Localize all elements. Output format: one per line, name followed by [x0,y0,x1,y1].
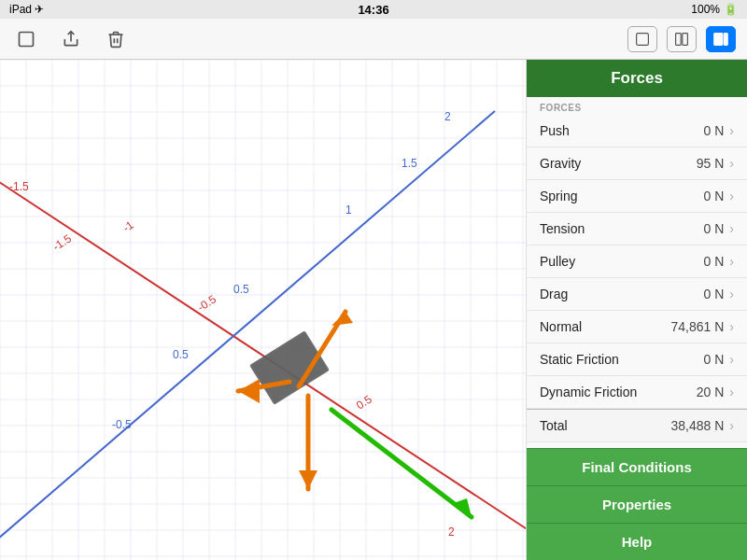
force-name: Normal [540,319,582,334]
chevron-right-icon: › [729,418,734,433]
chevron-right-icon: › [729,189,734,203]
status-right: 100% 🔋 [691,3,738,16]
chevron-right-icon: › [729,156,734,171]
force-row-spring[interactable]: Spring 0 N › [527,180,747,213]
force-row-drag[interactable]: Drag 0 N › [527,278,747,311]
force-value: 0 N › [704,287,734,301]
svg-rect-6 [724,33,727,45]
view-single-button[interactable] [627,26,657,52]
toolbar [0,19,747,60]
force-value: 0 N › [704,123,734,138]
svg-rect-0 [20,32,34,46]
chevron-right-icon: › [729,352,734,367]
svg-text:-1.5: -1.5 [9,180,29,193]
toolbar-left [11,24,131,54]
right-panel: Forces FORCES Push 0 N › Gravity 95 N › … [526,60,747,560]
force-row-gravity[interactable]: Gravity 95 N › [527,147,747,180]
svg-text:1.5: 1.5 [402,157,417,170]
battery-label: 100% [691,3,720,16]
main-area: -1.5 -1 -0.5 0.5 -0.5 0.5 1.5 1 0.5 2 2 … [0,60,747,560]
chevron-right-icon: › [729,254,734,269]
force-row-pulley[interactable]: Pulley 0 N › [527,245,747,278]
svg-text:0.5: 0.5 [233,283,249,296]
share-button[interactable] [56,24,86,54]
svg-text:2: 2 [444,110,451,123]
chevron-right-icon: › [729,385,734,399]
force-value: 20 N › [697,385,734,399]
status-left: iPad ✈ [9,3,44,16]
force-row-static-friction[interactable]: Static Friction 0 N › [527,343,747,376]
bottom-btn-properties[interactable]: Properties [527,485,747,523]
force-value: 0 N › [704,254,734,269]
force-value: 74,861 N › [671,319,735,334]
force-name: Drag [540,287,568,301]
svg-rect-5 [714,33,723,45]
svg-text:1: 1 [345,203,352,217]
panel-header: Forces [527,60,747,97]
view-panel-button[interactable] [706,26,736,52]
chevron-right-icon: › [729,221,734,236]
svg-text:-0.5: -0.5 [112,418,132,431]
force-value: 0 N › [704,221,734,236]
force-value: 38,488 N › [671,418,735,433]
force-name: Tension [540,221,585,236]
force-name: Total [540,418,568,433]
view-split-button[interactable] [667,26,697,52]
force-row-push[interactable]: Push 0 N › [527,115,747,147]
force-value: 95 N › [697,156,734,171]
forces-section-label: FORCES [527,97,747,115]
force-row-normal[interactable]: Normal 74,861 N › [527,311,747,343]
force-name: Gravity [540,156,581,171]
chevron-right-icon: › [729,287,734,301]
force-name: Push [540,123,570,138]
bottom-btn-final-conditions[interactable]: Final Conditions [527,448,747,485]
toolbar-right [627,26,736,52]
svg-text:0.5: 0.5 [173,348,189,361]
chevron-right-icon: › [729,123,734,138]
force-value: 0 N › [704,352,734,367]
delete-button[interactable] [101,24,131,54]
back-button[interactable] [11,24,41,54]
force-name: Static Friction [540,352,619,367]
svg-rect-3 [676,33,682,45]
force-name: Pulley [540,254,575,269]
battery-icon: 🔋 [724,3,738,16]
svg-rect-2 [637,33,649,45]
force-name: Dynamic Friction [540,385,637,399]
physics-canvas: -1.5 -1 -0.5 0.5 -0.5 0.5 1.5 1 0.5 2 2 … [0,60,526,560]
svg-rect-4 [683,33,688,45]
bottom-buttons: Final ConditionsPropertiesHelp [527,448,747,560]
status-bar: iPad ✈ 14:36 100% 🔋 [0,0,747,19]
force-value: 0 N › [704,189,734,203]
ipad-label: iPad ✈ [9,3,44,16]
status-time: 14:36 [358,3,388,17]
forces-list: Push 0 N › Gravity 95 N › Spring 0 N › T… [527,115,747,448]
force-row-dynamic-friction[interactable]: Dynamic Friction 20 N › [527,376,747,409]
force-row-total[interactable]: Total 38,488 N › [527,409,747,442]
force-name: Spring [540,189,577,203]
canvas-area[interactable]: -1.5 -1 -0.5 0.5 -0.5 0.5 1.5 1 0.5 2 2 … [0,60,526,560]
chevron-right-icon: › [729,319,734,334]
force-row-tension[interactable]: Tension 0 N › [527,213,747,245]
bottom-btn-help[interactable]: Help [527,523,747,560]
svg-text:2: 2 [448,525,455,539]
